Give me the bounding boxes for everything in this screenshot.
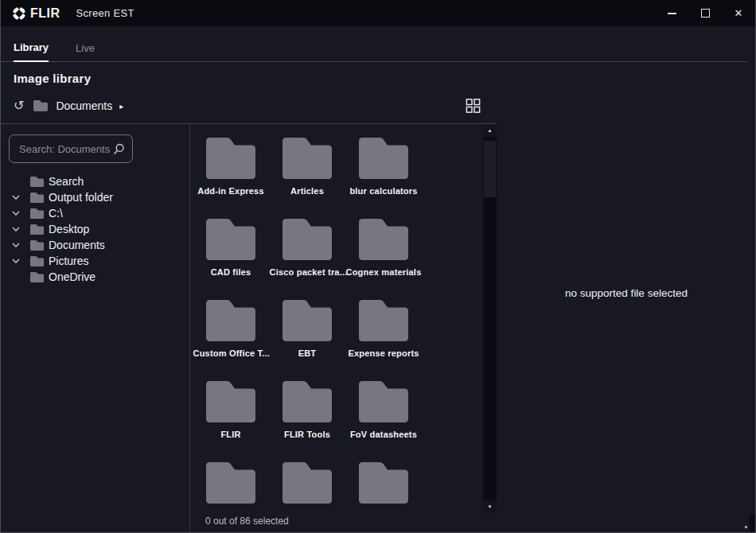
folder-icon	[30, 208, 44, 219]
tree-item-label: Documents	[49, 239, 105, 251]
folder-item-label: Expense reports	[348, 348, 419, 358]
folder-icon	[359, 219, 408, 260]
tab-bar: Library Live	[1, 26, 747, 62]
flir-logo-icon	[12, 6, 26, 21]
breadcrumb-location[interactable]: Documents	[56, 99, 112, 112]
tree-item-label: Search	[49, 175, 84, 188]
minimize-button[interactable]	[655, 0, 688, 26]
folder-item-label: FLIR Tools	[284, 430, 330, 439]
tree-item[interactable]: Search	[1, 173, 189, 189]
tree-item-label: C:\	[49, 207, 63, 220]
tab-library[interactable]: Library	[14, 41, 49, 62]
folder-item[interactable]: Cisco packet tra...	[269, 211, 345, 292]
window-corner	[749, 515, 755, 532]
folder-item-label: Articles	[290, 186, 324, 196]
scroll-down-button[interactable]: ▼	[483, 500, 497, 513]
folder-icon	[206, 381, 255, 422]
folder-icon	[206, 219, 255, 260]
search-input[interactable]	[19, 143, 113, 155]
preview-panel: no supported file selected	[497, 124, 755, 532]
scroll-up-button[interactable]: ▲	[483, 124, 497, 137]
folder-item[interactable]: Expense reports	[345, 292, 422, 373]
folder-icon	[206, 138, 255, 179]
page-title: Image library	[14, 72, 91, 85]
folder-icon	[30, 256, 44, 266]
tree-item[interactable]: Pictures	[1, 253, 189, 269]
folder-icon	[283, 462, 332, 504]
folder-item[interactable]: CAD files	[193, 211, 269, 292]
folder-item[interactable]: FLIR Tools	[269, 373, 345, 454]
folder-icon	[359, 300, 408, 341]
tree-item[interactable]: Desktop	[1, 221, 189, 237]
folder-icon	[30, 193, 44, 203]
chevron-down-icon[interactable]	[12, 259, 25, 263]
folder-icon	[283, 300, 332, 341]
maximize-icon	[701, 9, 710, 18]
folder-icon	[206, 300, 255, 341]
folder-icon	[359, 462, 408, 504]
folder-tree: Search Output folder C:\	[1, 173, 189, 285]
folder-item[interactable]: Cognex materials	[345, 211, 422, 292]
grid-view-button[interactable]	[466, 99, 481, 113]
folder-item[interactable]: FoV datasheets	[345, 373, 422, 454]
close-icon: ✕	[735, 8, 743, 18]
scrollbar-thumb[interactable]	[484, 141, 496, 197]
tree-item[interactable]: Documents	[1, 237, 189, 253]
preview-message: no supported file selected	[565, 287, 688, 299]
folder-item[interactable]	[193, 454, 269, 511]
tree-item[interactable]: OneDrive	[1, 269, 189, 285]
folder-icon	[359, 381, 408, 422]
close-button[interactable]: ✕	[722, 0, 755, 26]
minimize-icon	[668, 13, 676, 14]
folder-item[interactable]: Custom Office T...	[193, 292, 269, 373]
chevron-down-icon[interactable]	[12, 195, 25, 200]
folder-item-label: Cisco packet tra...	[270, 267, 345, 277]
folder-item[interactable]: Add-in Express	[193, 130, 269, 211]
folder-item[interactable]: FLIR	[193, 373, 269, 454]
folder-item[interactable]: blur calculators	[345, 130, 422, 211]
folder-item-label: Cognex materials	[346, 267, 422, 277]
breadcrumb-caret-icon[interactable]: ▸	[119, 102, 123, 111]
tree-item-label: Pictures	[49, 255, 89, 267]
folder-item[interactable]: Articles	[269, 130, 345, 211]
app-window: FLIR Screen EST ✕ Library Live Image lib…	[0, 0, 756, 533]
folder-item-label: Custom Office T...	[193, 348, 269, 358]
folder-item[interactable]	[345, 454, 422, 511]
folder-icon	[30, 224, 44, 235]
folder-item[interactable]	[269, 454, 345, 511]
chevron-down-icon[interactable]	[12, 227, 25, 231]
tree-item-label: OneDrive	[49, 270, 95, 283]
folder-icon	[283, 381, 332, 422]
chevron-down-icon[interactable]	[12, 211, 25, 216]
folder-icon	[283, 138, 332, 179]
tab-live[interactable]: Live	[76, 42, 95, 61]
maximize-button[interactable]	[688, 0, 722, 26]
folder-icon	[206, 462, 255, 504]
window-controls: ✕	[655, 0, 755, 26]
title-bar: FLIR Screen EST ✕	[1, 0, 755, 26]
folder-item-label: CAD files	[211, 267, 251, 277]
refresh-icon[interactable]: ↺	[14, 99, 24, 112]
chevron-down-icon[interactable]	[12, 243, 25, 247]
brand-name: FLIR	[30, 6, 60, 21]
grid-view-icon	[466, 99, 481, 113]
folder-icon	[30, 177, 44, 187]
panel-divider	[189, 124, 190, 532]
folder-item[interactable]: EBT	[269, 292, 345, 373]
folder-icon	[283, 219, 332, 260]
folder-icon	[30, 272, 44, 282]
grid-scrollbar[interactable]: ▲ ▼	[483, 124, 497, 513]
folder-item-label: EBT	[298, 348, 317, 358]
location-toolbar: ↺ Documents ▸	[14, 97, 123, 115]
tree-item[interactable]: Output folder	[1, 189, 189, 205]
window-title: Screen EST	[76, 7, 134, 19]
resize-grip[interactable]	[745, 526, 747, 528]
folder-icon	[30, 240, 44, 251]
folder-item-label: FLIR	[220, 430, 240, 439]
selection-status: 0 out of 86 selected	[205, 515, 289, 527]
folder-icon	[33, 100, 48, 111]
search-icon	[113, 143, 125, 155]
tree-item-label: Output folder	[49, 191, 113, 204]
tree-item-label: Desktop	[49, 223, 89, 235]
tree-item[interactable]: C:\	[1, 205, 189, 221]
